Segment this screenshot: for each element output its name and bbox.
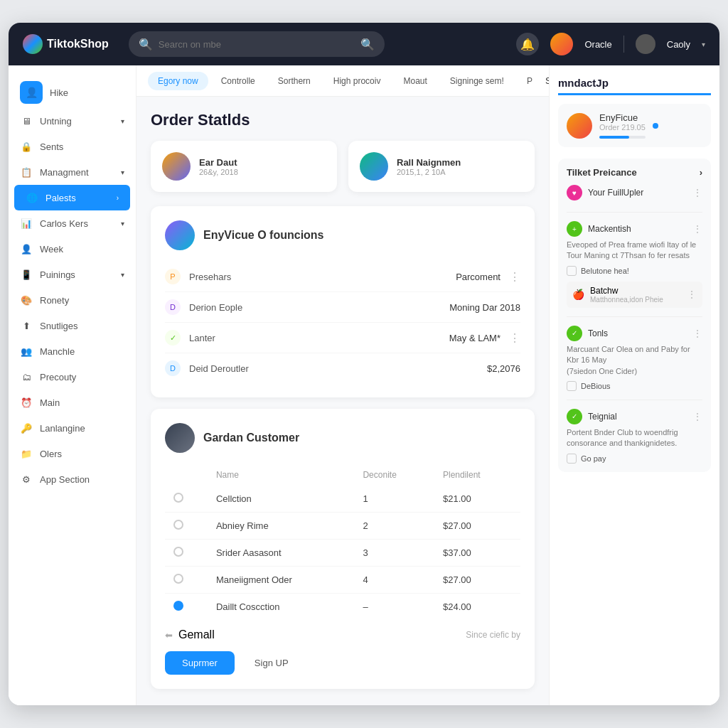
row3-name: Srider Aasasont [208,540,355,567]
main-layout: 👤 Hike 🖥 Untning ▾ 🔒 Sents 📋 Managment ▾… [9,65,719,705]
ticket-title-text: Tilket Preicance [567,167,637,178]
ti3-icon: ✓ [567,326,582,341]
ti2-subitems: 🍎 Batchw Matthonnea,idon Pheie ⋮ [567,282,702,308]
ti4-name: Teignial [588,412,617,422]
row3-col2: 3 [354,540,434,567]
tab-signinge[interactable]: Signinge sem! [440,72,514,90]
sidebar-item-week[interactable]: 👤 Week [9,236,136,262]
sidebar-item-puinings[interactable]: 📱 Puinings ▾ [9,262,136,287]
tab-high-procoiv[interactable]: High procoiv [323,72,391,90]
ti2-header: + Mackentish ⋮ [567,221,702,237]
activity-card: EnyVicue O founcions P Presehars Parcome… [151,206,535,397]
row3-col3: $37.00 [434,540,520,567]
ti4-cb-box[interactable] [567,454,577,464]
share-icon[interactable]: ⬅ [165,630,173,641]
avatar-oracle [550,33,573,55]
olers-icon: 📁 [20,447,33,460]
ti4-dots[interactable]: ⋮ [692,411,702,422]
card1-sub: 26&y, 2018 [199,168,238,176]
card2-avatar [360,152,388,181]
user-chevron-icon[interactable]: ▾ [702,41,705,48]
search-bar[interactable]: 🔍 🔍 [129,31,385,57]
activity-row-2: D Derion Eople Moning Dar 2018 [165,292,520,323]
card1-avatar [162,152,191,181]
tab-controlle[interactable]: Controlle [211,72,265,90]
col-deconite: Deconite [354,464,434,486]
ti2-sub1-dots[interactable]: ⋮ [687,289,697,300]
radio-5[interactable] [173,601,183,611]
row4-name: Maneiigment Oder [208,567,355,594]
carlos-label: Carlos Kers [40,218,88,229]
sign-up-button[interactable]: Sign UP [243,651,300,675]
sidebar-item-carlos[interactable]: 📊 Carlos Kers ▾ [9,210,136,236]
row3-dots[interactable]: ⋮ [509,331,520,345]
ti2-checkbox[interactable]: Belutone hea! [567,266,702,276]
sidebar-item-precouty[interactable]: 🗂 Precouty [9,364,136,390]
ti2-cb-box[interactable] [567,266,577,276]
sidebar-item-app-section[interactable]: ⚙ App Section [9,466,136,492]
sidebar-item-olers[interactable]: 📁 Olers [9,441,136,466]
week-label: Week [40,244,63,255]
card2-sub: 2015,1, 2 10A [397,168,461,176]
row2-col3: $27.00 [434,513,520,540]
table-actions: Suprmer Sign UP [165,651,520,675]
tab-egory-now[interactable]: Egory now [148,72,208,90]
radio-3[interactable] [173,547,183,557]
ti3-dots[interactable]: ⋮ [692,328,702,339]
ti3-cb-box[interactable] [567,381,577,391]
sidebar-item-palests[interactable]: 🌐 Palests › [14,185,130,210]
search-input[interactable] [159,39,355,50]
row5-col3: $24.00 [434,594,520,621]
tab-p[interactable]: P [517,72,542,90]
sidebar-item-lanlangine[interactable]: 🔑 Lanlangine [9,415,136,441]
sidebar-item-untning[interactable]: 🖥 Untning ▾ [9,108,136,134]
logo-icon [23,34,43,54]
ticket-chevron-icon[interactable]: › [700,167,702,178]
logo: TiktokShop [23,34,109,54]
ti3-checkbox[interactable]: DeBious [567,381,702,391]
right-panel: mndactJp EnyFicue Order 219.05 [549,65,719,705]
ticket-item-4: ✓ Teignial ⋮ Portent Bnder Club to woend… [567,409,702,464]
ticket-item-2: + Mackentish ⋮ Eveoped of Prea frame wio… [567,221,702,317]
sidebar-item-sents[interactable]: 🔒 Sents [9,134,136,159]
radio-4[interactable] [173,574,183,584]
row1-col2: 1 [354,486,434,513]
tab-sorthern[interactable]: Sorthern [268,72,321,90]
card1-info: Ear Daut 26&y, 2018 [199,157,238,176]
ti4-desc: Portent Bnder Club to woendfrig consoran… [567,427,702,449]
activity-row-4: D Deid Deroutler $2,2076 [165,353,520,383]
table-avatar [165,423,195,453]
content-area: Egory now Controlle Sorthern High procoi… [136,65,719,705]
row4-value: $2,2076 [487,363,520,374]
sents-label: Sents [40,141,63,152]
ti4-checkbox[interactable]: Go pay [567,454,702,464]
ti2-sub1-icon: 🍎 [572,289,584,300]
ti2-name: Mackentish [588,224,631,234]
sidebar-item-ronety[interactable]: 🎨 Ronety [9,287,136,313]
sidebar-item-snutliges[interactable]: ⬆ Snutliges [9,313,136,338]
activity-row-1: P Presehars Parcoment ⋮ [165,262,520,292]
tab-moaut[interactable]: Moaut [393,72,437,90]
radio-2[interactable] [173,520,183,530]
suprmer-button[interactable]: Suprmer [165,651,235,675]
main-label: Main [40,397,60,408]
radio-1[interactable] [173,493,183,503]
ti3-cb-label: DeBious [581,382,611,390]
puinings-label: Puinings [40,269,75,280]
ti1-dots[interactable]: ⋮ [692,187,702,198]
rp-top-section: mndactJp EnyFicue Order 219.05 [558,77,711,147]
ti2-dots[interactable]: ⋮ [692,223,702,235]
sidebar-item-main[interactable]: ⏰ Main [9,390,136,415]
ti2-desc: Eveoped of Prea frame wiofi ltay of le T… [567,240,702,262]
palests-label: Palests [46,193,76,203]
search-icon: 🔍 [139,38,153,51]
row1-dots[interactable]: ⋮ [509,270,520,284]
ronety-icon: 🎨 [20,294,33,306]
sidebar-item-manchle[interactable]: 👥 Manchle [9,338,136,364]
ticket-item-1: ♥ Your FuillUpler ⋮ [567,185,702,213]
notification-icon[interactable]: 🔔 [516,33,539,55]
search-submit-icon[interactable]: 🔍 [360,38,375,51]
rp-status-dot [653,123,658,129]
sidebar-item-managment[interactable]: 📋 Managment ▾ [9,159,136,185]
olers-label: Olers [40,449,62,459]
